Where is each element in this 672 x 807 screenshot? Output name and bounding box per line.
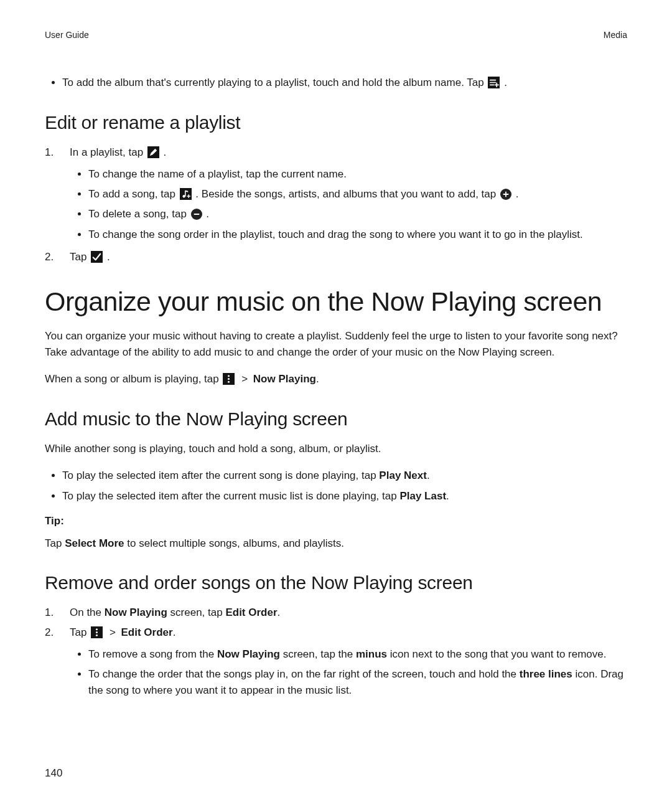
- page-header: User Guide Media: [45, 30, 627, 40]
- text: icon next to the song that you want to r…: [387, 648, 606, 660]
- edit-steps: In a playlist, tap . To change the name …: [45, 144, 627, 265]
- now-playing-label: Now Playing: [217, 648, 280, 660]
- text: .: [504, 77, 507, 88]
- heading-add-music: Add music to the Now Playing screen: [45, 408, 627, 430]
- remove-steps: On the Now Playing screen, tap Edit Orde…: [45, 605, 627, 699]
- select-more-label: Select More: [65, 537, 124, 549]
- edit-order-label: Edit Order: [225, 606, 277, 618]
- play-last-label: Play Last: [399, 490, 446, 502]
- text: .: [173, 626, 176, 638]
- tip-body: Tap Select More to select multiple songs…: [45, 536, 627, 552]
- add-music-note-icon: [180, 188, 192, 200]
- edit-pencil-icon: [147, 146, 159, 158]
- text: .: [278, 606, 281, 618]
- svg-point-16: [96, 631, 98, 633]
- text: .: [427, 470, 430, 481]
- text: To add the album that's currently playin…: [62, 77, 487, 88]
- text: To play the selected item after the curr…: [62, 490, 399, 502]
- plus-circle-icon: [500, 189, 511, 200]
- text: In a playlist, tap: [70, 146, 146, 158]
- svg-point-17: [96, 635, 98, 636]
- sub-rename: To change the name of a playlist, tap th…: [88, 166, 627, 182]
- sub-reorder: To change the song order in the playlist…: [88, 227, 627, 243]
- edit-sub-bullets: To change the name of a playlist, tap th…: [70, 166, 627, 243]
- text: Tap: [45, 537, 65, 549]
- remove-sub-reorder: To change the order that the songs play …: [88, 666, 627, 699]
- svg-rect-6: [185, 191, 186, 197]
- heading-remove-order: Remove and order songs on the Now Playin…: [45, 572, 627, 593]
- text: screen, tap: [167, 606, 226, 618]
- text: When a song or album is playing, tap: [45, 373, 222, 385]
- breadcrumb-separator: >: [241, 373, 251, 385]
- organize-intro: You can organize your music without havi…: [45, 328, 627, 360]
- text: .: [446, 490, 449, 502]
- edit-step-2: Tap .: [45, 249, 627, 265]
- more-vertical-icon: [223, 373, 235, 385]
- minus-label: minus: [356, 648, 387, 660]
- remove-step-2: Tap > Edit Order. To remove a song from …: [45, 625, 627, 699]
- text: On the: [70, 606, 105, 618]
- add-bullets: To play the selected item after the curr…: [45, 468, 627, 504]
- minus-circle-icon: [191, 209, 202, 220]
- header-right: Media: [604, 30, 627, 40]
- top-bullet: To add the album that's currently playin…: [62, 75, 627, 91]
- svg-point-14: [228, 381, 230, 383]
- add-bullet-play-next: To play the selected item after the curr…: [62, 468, 627, 484]
- header-left: User Guide: [45, 30, 89, 40]
- add-bullet-play-last: To play the selected item after the curr…: [62, 488, 627, 504]
- remove-sub-bullets: To remove a song from the Now Playing sc…: [70, 646, 627, 699]
- text: screen, tap the: [280, 648, 356, 660]
- add-intro: While another song is playing, touch and…: [45, 441, 627, 457]
- text: To remove a song from the: [88, 648, 217, 660]
- text: Tap: [70, 251, 90, 263]
- edit-order-label: Edit Order: [121, 626, 173, 638]
- text: .: [164, 146, 167, 158]
- remove-step-1: On the Now Playing screen, tap Edit Orde…: [45, 605, 627, 621]
- checkmark-icon: [91, 251, 103, 263]
- text: .: [316, 373, 319, 385]
- text: To change the order that the songs play …: [88, 668, 520, 680]
- text: .: [206, 208, 209, 220]
- page-number: 140: [45, 767, 62, 780]
- svg-point-13: [228, 378, 230, 380]
- heading-edit-rename: Edit or rename a playlist: [45, 112, 627, 133]
- svg-rect-8: [188, 194, 189, 198]
- remove-sub-minus: To remove a song from the Now Playing sc…: [88, 646, 627, 663]
- text: To add a song, tap: [88, 188, 179, 200]
- text: .: [107, 251, 110, 263]
- sub-delete-song: To delete a song, tap .: [88, 206, 627, 222]
- now-playing-label: Now Playing: [253, 373, 316, 385]
- svg-point-12: [228, 375, 230, 377]
- breadcrumb-separator: >: [110, 626, 119, 638]
- svg-point-15: [96, 629, 98, 631]
- now-playing-label: Now Playing: [105, 606, 167, 618]
- text: . Beside the songs, artists, and albums …: [195, 188, 499, 200]
- more-vertical-icon: [91, 626, 103, 638]
- text: To play the selected item after the curr…: [62, 470, 379, 481]
- text: to select multiple songs, albums, and pl…: [124, 537, 344, 549]
- top-bullet-list: To add the album that's currently playin…: [45, 75, 627, 91]
- add-to-playlist-icon: [488, 77, 500, 88]
- edit-step-1: In a playlist, tap . To change the name …: [45, 144, 627, 243]
- tip-label: Tip:: [45, 513, 627, 529]
- text: Tap: [70, 626, 90, 638]
- page: User Guide Media To add the album that's…: [0, 0, 672, 807]
- sub-add-song: To add a song, tap . Beside the songs, a…: [88, 186, 627, 202]
- play-next-label: Play Next: [379, 470, 427, 481]
- organize-path: When a song or album is playing, tap > N…: [45, 371, 627, 387]
- text: .: [516, 188, 519, 200]
- heading-organize: Organize your music on the Now Playing s…: [45, 286, 627, 317]
- text: To delete a song, tap: [88, 208, 190, 220]
- three-lines-label: three lines: [520, 668, 572, 680]
